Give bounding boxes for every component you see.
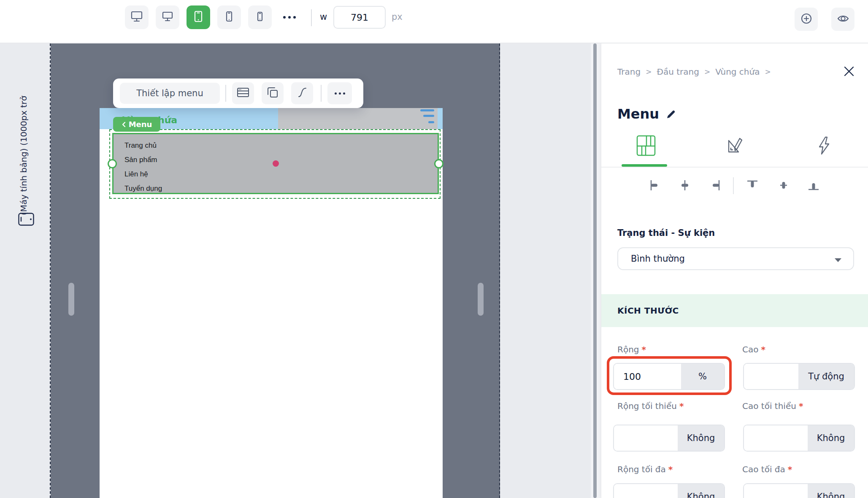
min-width-field-label: Rộng tối thiểu* <box>617 401 684 411</box>
align-center-horizontal-button[interactable] <box>677 178 693 194</box>
width-value-input[interactable] <box>614 364 681 389</box>
max-height-input-group: Không <box>743 483 855 498</box>
device-mode-label: (Máy tính bảng) (1000px trở <box>19 50 29 215</box>
max-width-input-group: Không <box>613 483 725 498</box>
element-toolbar: Thiết lập menu <box>113 78 363 108</box>
align-right-icon <box>708 179 722 194</box>
element-resize-handle-left[interactable] <box>108 159 117 168</box>
pencil-icon <box>665 114 676 122</box>
device-desktop-large-button[interactable] <box>125 5 149 29</box>
close-icon <box>843 71 855 79</box>
panel-title: Menu <box>617 106 659 122</box>
align-right-button[interactable] <box>707 178 723 194</box>
state-event-label: Trạng thái - Sự kiện <box>617 228 715 238</box>
add-block-button[interactable] <box>795 8 818 31</box>
tablet-landscape-icon <box>18 212 35 228</box>
required-marker: * <box>668 464 673 474</box>
height-field-label: Cao* <box>742 344 765 355</box>
menu-item[interactable]: Tuyển dụng <box>124 181 438 196</box>
device-phone-button[interactable] <box>217 5 241 29</box>
chevron-left-icon <box>122 122 126 127</box>
size-section-header: KÍCH THƯỚC <box>601 294 868 327</box>
align-center-horizontal-icon <box>678 179 692 194</box>
menu-settings-button[interactable]: Thiết lập menu <box>120 83 220 104</box>
ruler-pencil-icon <box>725 136 745 157</box>
min-height-unit-button[interactable]: Không <box>808 425 854 451</box>
min-width-input-group: Không <box>613 425 725 452</box>
breakpoint-guide-right <box>499 43 500 498</box>
align-left-button[interactable] <box>647 178 663 194</box>
ellipsis-icon <box>335 92 337 95</box>
breadcrumb-item-container[interactable]: Vùng chứa <box>715 67 760 77</box>
min-height-value-input[interactable] <box>744 425 808 451</box>
phone-small-icon <box>254 10 266 24</box>
breadcrumb-item-header[interactable]: Đầu trang <box>657 67 699 77</box>
required-marker: * <box>788 464 792 474</box>
breadcrumb-item-page[interactable]: Trang <box>617 67 641 77</box>
layout-settings-button[interactable] <box>232 82 254 104</box>
phone-icon <box>223 10 235 24</box>
device-tablet-button[interactable] <box>187 5 210 29</box>
panel-tabs <box>601 126 868 168</box>
grid-layout-icon <box>636 135 656 158</box>
align-top-icon <box>746 179 759 194</box>
min-height-field-label: Cao tối thiểu* <box>742 401 803 411</box>
min-height-input-group: Không <box>743 425 855 452</box>
ellipsis-icon <box>283 16 286 19</box>
width-field-label: Rộng* <box>617 344 646 355</box>
align-bottom-button[interactable] <box>806 178 822 194</box>
tab-style[interactable] <box>690 126 779 167</box>
element-anchor-dot[interactable] <box>273 160 279 167</box>
selected-element-tag[interactable]: Menu <box>113 117 160 132</box>
close-panel-button[interactable] <box>843 65 855 78</box>
chevron-down-icon <box>835 258 841 262</box>
max-width-unit-button[interactable]: Không <box>678 484 724 498</box>
state-select[interactable]: Bình thường <box>617 247 854 270</box>
resize-handle-left[interactable] <box>68 283 74 316</box>
max-width-value-input[interactable] <box>614 484 678 498</box>
ease-curve-icon <box>296 86 308 100</box>
toolbar-divider <box>311 9 312 26</box>
resize-handle-right[interactable] <box>478 283 484 316</box>
menu-item[interactable]: Trang chủ <box>124 138 438 153</box>
max-height-unit-button[interactable]: Không <box>808 484 854 498</box>
width-unit-button[interactable]: % <box>681 364 724 389</box>
required-marker: * <box>761 344 765 355</box>
desktop-large-icon <box>130 11 143 24</box>
duplicate-button[interactable] <box>262 82 284 104</box>
app-window: w px (Máy tính bảng) (1000px trở Vùng ch… <box>0 0 868 498</box>
device-phone-small-button[interactable] <box>248 5 272 29</box>
tab-layout[interactable] <box>601 126 690 167</box>
active-tab-indicator <box>622 164 667 167</box>
eye-icon <box>836 12 850 27</box>
max-height-field-label: Cao tối đa* <box>742 464 792 474</box>
state-select-value: Bình thường <box>631 254 685 264</box>
menu-item[interactable]: Liên hệ <box>124 167 438 181</box>
window-layout-icon <box>237 87 249 100</box>
toolbar-divider <box>225 85 226 102</box>
canvas-scrollbar-thumb[interactable] <box>593 43 597 498</box>
height-unit-button[interactable]: Tự động <box>798 364 854 389</box>
design-page[interactable]: Vùng chứa Menu Trang chủ Sản phẩm Liên h… <box>100 108 443 498</box>
menu-item[interactable]: Sản phẩm <box>124 153 438 167</box>
width-label: w <box>320 12 327 22</box>
rename-element-button[interactable] <box>665 109 676 122</box>
preview-button[interactable] <box>831 8 854 31</box>
alignment-divider <box>733 177 734 194</box>
device-desktop-button[interactable] <box>156 5 179 29</box>
animation-button[interactable] <box>291 82 313 104</box>
height-value-input[interactable] <box>744 364 798 389</box>
tab-events[interactable] <box>779 126 868 167</box>
min-width-value-input[interactable] <box>614 425 678 451</box>
align-center-vertical-button[interactable] <box>776 178 792 194</box>
element-resize-handle-right[interactable] <box>434 159 443 168</box>
tablet-icon <box>192 10 205 24</box>
more-devices-button[interactable] <box>279 5 300 29</box>
required-marker: * <box>799 401 803 411</box>
min-width-unit-button[interactable]: Không <box>678 425 724 451</box>
more-actions-button[interactable] <box>327 82 352 104</box>
menu-widget-collapsed[interactable] <box>278 108 438 129</box>
max-height-value-input[interactable] <box>744 484 808 498</box>
align-top-button[interactable] <box>744 178 760 194</box>
canvas-width-input[interactable] <box>333 6 386 29</box>
